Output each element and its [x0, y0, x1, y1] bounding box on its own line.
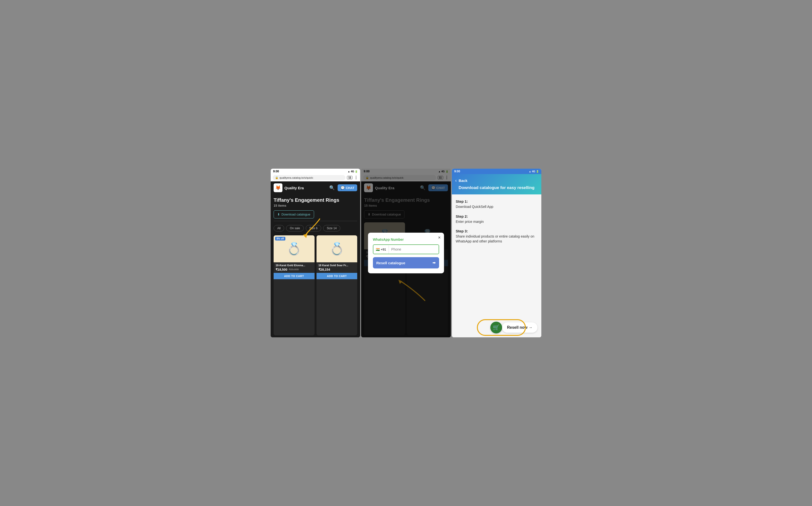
time-3: 9:00 — [454, 170, 460, 173]
filter-size6-1[interactable]: Size 6 — [306, 225, 321, 232]
product-card-1-1: 8% off 💍 18-Karat Gold Elonna... ₹18,500… — [274, 235, 314, 335]
product-image-1-2: 💍 — [317, 235, 357, 262]
modal-overlay-2: × WhatsApp Number 🇮🇳 +91 Resell catalogu… — [361, 169, 451, 337]
price-current-1-2: ₹28,154 — [319, 268, 330, 271]
status-icons-3: ▲ 4G 🔋 — [529, 170, 539, 173]
screen3-header: ‹ Back Download catalogue for easy resel… — [452, 174, 541, 194]
step-item-1: Step 1: Download QuickSell App — [456, 199, 537, 209]
product-price-1-2: ₹28,154 — [319, 268, 356, 271]
resell-catalogue-label: Resell catalogue — [376, 261, 405, 265]
download-catalogue-btn-1[interactable]: ⬇ Download catalogue — [274, 210, 314, 219]
signal-icon: 4G — [351, 170, 354, 173]
resell-now-area: 🛒 Resell now → — [452, 318, 541, 337]
phone-input-row: 🇮🇳 +91 — [373, 244, 439, 254]
time-1: 9:00 — [273, 170, 279, 173]
browser-bar-1: 🔒 qualityera.catalog.to/s/quick: 11 ⋮ — [271, 174, 360, 181]
modal-title: WhatsApp Number — [373, 238, 439, 242]
flag-code: 🇮🇳 +91 — [373, 245, 389, 254]
flag-emoji: 🇮🇳 — [376, 248, 380, 251]
menu-dots-1[interactable]: ⋮ — [354, 175, 358, 180]
divider-1 — [274, 221, 357, 221]
download-icon-1: ⬇ — [277, 213, 280, 216]
price-original-1-1: ₹20,000 — [289, 268, 299, 271]
screens-container: 9:00 ▲ 4G 🔋 🔒 qualityera.catalog.to/s/qu… — [271, 169, 541, 337]
store-logo-1: 🦊 — [274, 183, 282, 192]
app-header-1: 🦊 Quality Era 🔍 💬 CHAT — [271, 181, 360, 194]
screen2: 9:00 ▲ 4G 🔋 🔒 qualityera.catalog.to/s/qu… — [361, 169, 451, 337]
screen2-wrapper: 9:00 ▲ 4G 🔋 🔒 qualityera.catalog.to/s/qu… — [361, 169, 451, 337]
screen3-wrapper: 9:00 ▲ 4G 🔋 ‹ Back Download catalogue fo… — [452, 169, 541, 337]
add-to-cart-1-1[interactable]: ADD TO CART — [274, 273, 314, 279]
screen3: 9:00 ▲ 4G 🔋 ‹ Back Download catalogue fo… — [452, 169, 541, 337]
phone-input[interactable] — [389, 245, 439, 254]
filter-size14-1[interactable]: Size 14 — [323, 225, 340, 232]
wifi-icon-3: ▲ — [529, 170, 531, 173]
address-bar-1[interactable]: 🔒 qualityera.catalog.to/s/quick: — [273, 175, 346, 180]
filter-all-1[interactable]: All — [274, 225, 284, 232]
product-card-1-2: 💍 18 Karat Gold Soar Fr... ₹28,154 ADD T… — [317, 235, 357, 335]
product-info-1-2: 18 Karat Gold Soar Fr... ₹28,154 — [317, 262, 357, 273]
battery-icon-3: 🔋 — [536, 170, 539, 173]
chat-label-1: CHAT — [346, 186, 354, 190]
status-bar-3: 9:00 ▲ 4G 🔋 — [452, 169, 541, 174]
price-current-1-1: ₹18,500 — [276, 268, 287, 271]
step-desc-1: Download QuickSell App — [456, 204, 537, 209]
product-price-1-1: ₹18,500 ₹20,000 — [276, 268, 312, 271]
status-bar-1: 9:00 ▲ 4G 🔋 — [271, 169, 360, 174]
step-label-2: Step 2: — [456, 214, 537, 219]
store-name-1: Quality Era — [284, 186, 326, 190]
step-desc-2: Enter price margin — [456, 220, 537, 224]
step-label-1: Step 1: — [456, 199, 537, 203]
resell-arrow-icon: ➡ — [433, 261, 436, 265]
download-label-1: Download catalogue — [281, 213, 310, 216]
product-info-1-1: 18-Karat Gold Elonna... ₹18,500 ₹20,000 — [274, 262, 314, 273]
products-grid-1: 8% off 💍 18-Karat Gold Elonna... ₹18,500… — [271, 233, 360, 337]
modal-close-btn[interactable]: × — [438, 235, 441, 240]
back-label[interactable]: Back — [459, 178, 467, 183]
whatsapp-icon-1: 💬 — [341, 186, 345, 190]
page-title-1: Tiffany's Engagement Rings — [274, 197, 357, 203]
resell-now-label: Resell now → — [507, 325, 533, 330]
back-arrow-icon: ‹ — [455, 178, 457, 183]
country-code: +91 — [381, 248, 386, 251]
back-row: ‹ Back — [455, 178, 538, 183]
resell-now-btn[interactable]: Resell now → — [502, 322, 537, 333]
tab-count-1[interactable]: 11 — [347, 176, 353, 179]
step-desc-3: Share individual products or entire cata… — [456, 234, 537, 244]
resell-catalogue-btn[interactable]: Resell catalogue ➡ — [373, 257, 439, 268]
step-item-3: Step 3: Share individual products or ent… — [456, 229, 537, 244]
steps-area: Step 1: Download QuickSell App Step 2: E… — [452, 194, 541, 318]
wifi-icon: ▲ — [348, 170, 350, 173]
signal-icon-3: 4G — [532, 170, 535, 173]
quicksell-icon: 🛒 — [493, 324, 500, 331]
product-name-1-1: 18-Karat Gold Elonna... — [276, 264, 312, 267]
quicksell-icon-btn[interactable]: 🛒 — [490, 322, 502, 333]
url-text-1: qualityera.catalog.to/s/quick: — [279, 176, 313, 179]
battery-icon: 🔋 — [355, 170, 358, 173]
whatsapp-modal-2: × WhatsApp Number 🇮🇳 +91 Resell catalogu… — [368, 233, 444, 273]
screen1-wrapper: 9:00 ▲ 4G 🔋 🔒 qualityera.catalog.to/s/qu… — [271, 169, 360, 337]
screen1: 9:00 ▲ 4G 🔋 🔒 qualityera.catalog.to/s/qu… — [271, 169, 360, 337]
header-title-3: Download catalogue for easy reselling — [455, 185, 538, 190]
items-count-1: 15 items — [274, 204, 357, 207]
chat-button-1[interactable]: 💬 CHAT — [338, 184, 357, 191]
filter-tabs-1: All On sale Size 6 Size 14 — [271, 223, 360, 233]
filter-sale-1[interactable]: On sale — [286, 225, 303, 232]
store-logo-icon-1: 🦊 — [275, 185, 281, 190]
product-name-1-2: 18 Karat Gold Soar Fr... — [319, 264, 356, 267]
product-badge-1-1: 8% off — [275, 237, 285, 241]
step-label-3: Step 3: — [456, 229, 537, 233]
search-icon-1[interactable]: 🔍 — [328, 184, 336, 191]
step-item-2: Step 2: Enter price margin — [456, 214, 537, 224]
status-icons-1: ▲ 4G 🔋 — [348, 170, 358, 173]
lock-icon: 🔒 — [275, 176, 278, 179]
page-title-area-1: Tiffany's Engagement Rings 15 items — [271, 194, 360, 208]
add-to-cart-1-2[interactable]: ADD TO CART — [317, 273, 357, 279]
